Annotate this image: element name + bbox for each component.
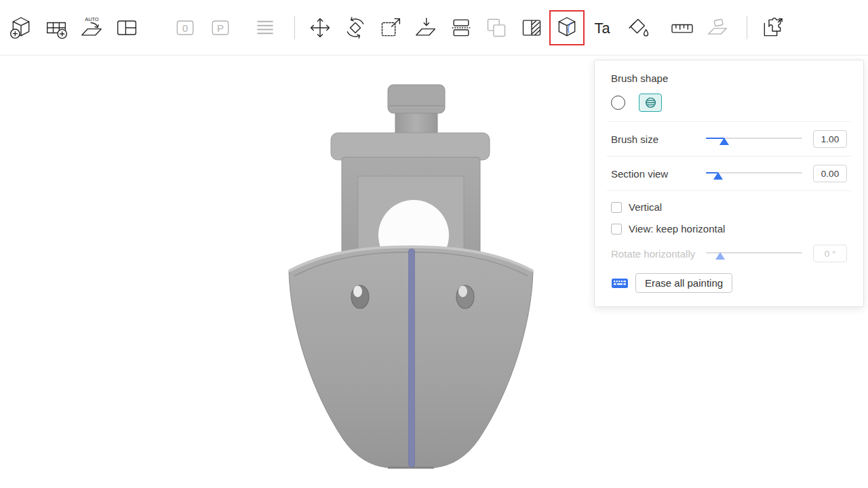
- scale-icon: [377, 14, 404, 41]
- panel-divider: [607, 156, 851, 157]
- brush-shape-sphere-option[interactable]: [639, 94, 662, 112]
- brush-size-label: Brush size: [611, 134, 706, 145]
- brush-size-slider[interactable]: [706, 131, 802, 146]
- toolbar-separator: [747, 16, 747, 39]
- measure-button[interactable]: [667, 12, 698, 43]
- benchy-roof: [331, 133, 490, 160]
- color-painting-icon: [624, 14, 651, 41]
- panel-divider: [607, 190, 851, 191]
- section-view-value[interactable]: 0.00: [813, 165, 847, 182]
- overlap-tool-icon: [483, 14, 510, 41]
- add-plate-button[interactable]: [41, 12, 72, 43]
- brush-shape-circle-option[interactable]: [611, 96, 625, 110]
- flatten-plate-button: [702, 12, 733, 43]
- seam-paint-stripe: [409, 249, 415, 467]
- keyboard-shortcut-icon[interactable]: [611, 277, 629, 290]
- place-on-face-button[interactable]: [410, 12, 441, 43]
- add-plate-icon: [43, 14, 70, 41]
- keep-horizontal-checkbox-label: View: keep horizontal: [629, 223, 725, 235]
- assembly-export-icon: [759, 14, 786, 41]
- keep-horizontal-checkbox[interactable]: [611, 224, 622, 235]
- auto-arrange-icon: AUTO: [78, 14, 105, 41]
- panel-divider: [607, 121, 851, 122]
- keyboard-icon: [611, 277, 629, 290]
- assembly-export-button[interactable]: [757, 12, 788, 43]
- section-view-row: Section view 0.00: [611, 165, 847, 182]
- measure-icon: [669, 14, 696, 41]
- stacked-layers-icon: [252, 14, 279, 41]
- text-tool-icon: Ta: [589, 14, 616, 41]
- brush-shape-label: Brush shape: [611, 73, 847, 84]
- section-view-slider[interactable]: [706, 166, 802, 181]
- move-button[interactable]: [304, 12, 336, 43]
- rotate-horizontally-value: 0 °: [813, 245, 847, 262]
- brush-size-value[interactable]: 1.00: [813, 130, 847, 148]
- brush-shape-options: [611, 94, 847, 112]
- rotate-horizontally-slider: [706, 246, 802, 261]
- hatch-fill-icon: [518, 14, 545, 41]
- vertical-checkbox[interactable]: [611, 202, 622, 213]
- brush-size-row: Brush size 1.00: [611, 130, 847, 148]
- scale-button[interactable]: [375, 12, 406, 43]
- overlap-tool-button: [481, 12, 512, 43]
- plate-settings-p-icon: P: [207, 14, 234, 41]
- move-icon: [307, 14, 334, 41]
- vertical-checkbox-label: Vertical: [629, 201, 662, 213]
- rotate-horizontally-label: Rotate horizontally: [611, 248, 706, 260]
- erase-row: Erase all painting: [611, 273, 847, 293]
- slider-thumb: [715, 252, 725, 260]
- main-toolbar: AUTO 0 P: [0, 0, 868, 56]
- benchy-model[interactable]: [271, 75, 549, 481]
- seam-painting-button[interactable]: [551, 12, 583, 43]
- plate-layout-icon: [113, 14, 140, 41]
- hatch-fill-button[interactable]: [516, 12, 547, 43]
- place-on-face-icon: [412, 14, 439, 41]
- rotate-horizontally-row: Rotate horizontally 0 °: [611, 245, 847, 262]
- seam-painting-panel: Brush shape Brush size 1.00 Section view…: [594, 60, 864, 307]
- zero-label: 0: [182, 22, 188, 34]
- flatten-plate-icon: [704, 14, 731, 41]
- sphere-icon: [644, 96, 657, 109]
- cut-icon: [448, 14, 475, 41]
- text-tool-label: Ta: [595, 19, 611, 36]
- rotate-icon: [342, 14, 369, 41]
- add-object-icon: [7, 14, 35, 41]
- add-object-button[interactable]: [5, 12, 37, 43]
- toolbar-separator: [294, 16, 295, 39]
- color-painting-button[interactable]: [622, 12, 653, 43]
- text-tool-button[interactable]: Ta: [587, 12, 618, 43]
- slider-thumb[interactable]: [713, 172, 723, 180]
- cut-button[interactable]: [446, 12, 477, 43]
- stacked-layers-button: [250, 12, 281, 43]
- vertical-checkbox-row[interactable]: Vertical: [611, 201, 847, 213]
- p-label: P: [217, 22, 224, 34]
- plate-settings-p-button: P: [205, 12, 236, 43]
- seam-painting-icon: [553, 14, 580, 41]
- erase-all-painting-button[interactable]: Erase all painting: [635, 273, 732, 293]
- slider-thumb[interactable]: [719, 138, 729, 145]
- auto-label: AUTO: [85, 16, 99, 22]
- rotate-button[interactable]: [340, 12, 371, 43]
- plate-layout-button[interactable]: [111, 12, 142, 43]
- auto-arrange-button[interactable]: AUTO: [76, 12, 107, 43]
- section-view-label: Section view: [611, 168, 706, 180]
- keep-horizontal-checkbox-row[interactable]: View: keep horizontal: [611, 223, 847, 235]
- plate-index-0-icon: 0: [172, 14, 199, 41]
- plate-index-0-button: 0: [170, 12, 201, 43]
